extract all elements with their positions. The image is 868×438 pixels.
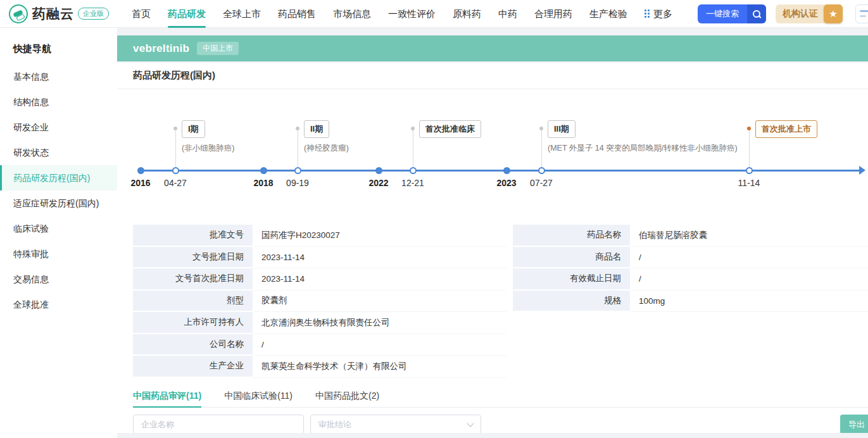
table-row: 公司名称 / [133, 334, 506, 356]
field-value: 北京浦润奥生物科技有限责任公司 [253, 312, 506, 334]
milestone-label: II期 [304, 120, 329, 138]
event-dot [538, 167, 545, 174]
nav-item-drug-sales[interactable]: 药品销售 [278, 0, 316, 28]
event-dot [172, 167, 179, 174]
milestone-connector [413, 130, 413, 169]
nav-item-global-launch[interactable]: 全球上市 [223, 0, 261, 28]
top-navbar: 药融云 企业版 首页 药品研发 全球上市 药品销售 市场信息 一致性评价 原料药… [0, 0, 868, 28]
tab-china-clinical-trials[interactable]: 中国临床试验(11) [224, 388, 292, 408]
sidebar-title: 快捷导航 [0, 28, 117, 64]
field-label: 批准文号 [133, 225, 253, 247]
sidebar-item-rd-companies[interactable]: 研发企业 [0, 115, 117, 140]
milestone-date: 11-14 [738, 178, 760, 188]
select-placeholder: 审批结论 [318, 419, 351, 430]
nav-item-consistency-eval[interactable]: 一致性评价 [388, 0, 436, 28]
nav-item-market-info[interactable]: 市场信息 [333, 0, 371, 28]
milestone-date: 2023 [496, 178, 516, 188]
field-value: 伯瑞替尼肠溶胶囊 [630, 225, 868, 247]
rd-history-card: 药品研发历程(国内) 2016 I期 (非小细胞肺癌) 04-27 2018 [117, 63, 868, 433]
field-value: / [630, 247, 868, 269]
nav-item-production-test[interactable]: 生产检验 [589, 0, 627, 28]
approval-conclusion-select[interactable]: 审批结论 [310, 415, 481, 433]
table-row: 有效截止日期 / [513, 268, 868, 291]
table-row: 上市许可持有人 北京浦润奥生物科技有限责任公司 [133, 312, 506, 334]
year-dot [375, 167, 382, 174]
table-row: 剂型 胶囊剂 [133, 291, 506, 313]
connector-dot [173, 127, 177, 130]
card-title: 药品研发历程(国内) [133, 70, 215, 82]
drug-header-band: vebreltinib 中国上市 [117, 35, 868, 61]
org-certification-badge[interactable]: 机构认证 [776, 4, 843, 23]
logo-edition-badge: 企业版 [78, 8, 109, 20]
year-dot [260, 167, 267, 174]
milestone-date: 04-27 [164, 178, 187, 188]
event-dot [746, 167, 753, 174]
milestone-connector [541, 130, 542, 169]
search-icon-box [747, 4, 766, 23]
year-dot [137, 167, 144, 174]
milestone-date: 2018 [253, 178, 273, 188]
event-dot [294, 167, 301, 174]
connector-dot [539, 127, 543, 130]
nav-item-api[interactable]: 原料药 [453, 0, 481, 28]
field-label: 上市许可持有人 [133, 312, 253, 334]
export-button[interactable]: 导出 [840, 415, 868, 433]
table-row: 规格 100mg [513, 291, 868, 313]
document-icon-partial[interactable] [855, 4, 868, 23]
field-value: 胶囊剂 [253, 291, 506, 313]
milestone-label: 首次批准临床 [419, 120, 481, 138]
milestone-label: III期 [548, 120, 576, 138]
field-label: 商品名 [513, 247, 630, 269]
nav-item-home[interactable]: 首页 [132, 0, 151, 28]
milestone-connector [749, 130, 750, 169]
tab-china-drug-review[interactable]: 中国药品审评(11) [133, 388, 201, 408]
field-label: 文号批准日期 [133, 247, 253, 269]
quick-nav-sidebar: 快捷导航 基本信息 结构信息 研发企业 研发状态 药品研发历程(国内) 适应症研… [0, 28, 117, 438]
table-row: 商品名 / [513, 247, 868, 269]
quick-search-button[interactable]: 一键搜索 [698, 4, 766, 23]
nav-item-tcm[interactable]: 中药 [498, 0, 517, 28]
company-name-input[interactable] [133, 415, 304, 433]
milestone-date: 07-27 [530, 178, 553, 188]
data-tabs: 中国药品审评(11) 中国临床试验(11) 中国药品批文(2) [133, 388, 868, 408]
milestone-connector [298, 130, 298, 169]
main-nav: 首页 药品研发 全球上市 药品销售 市场信息 一致性评价 原料药 中药 合理用药… [132, 0, 672, 28]
year-dot [503, 167, 510, 174]
nav-item-more[interactable]: 更多 [645, 0, 672, 28]
nav-item-drug-rd[interactable]: 药品研发 [168, 0, 206, 28]
milestone-label-highlight: 首次批准上市 [755, 120, 817, 138]
sidebar-item-structure-info[interactable]: 结构信息 [0, 89, 117, 115]
timeline-arrow-icon [859, 166, 865, 175]
details-right-column: 药品名称 伯瑞替尼肠溶胶囊 商品名 / 有效截止日期 / 规格 100mg [513, 225, 868, 312]
app-logo[interactable]: 药融云 企业版 [9, 4, 109, 23]
sidebar-item-basic-info[interactable]: 基本信息 [0, 64, 117, 89]
tab-china-drug-approvals[interactable]: 中国药品批文(2) [315, 388, 379, 408]
event-dot [410, 167, 417, 174]
sidebar-item-clinical-trials[interactable]: 临床试验 [0, 216, 117, 241]
sidebar-item-global-approval[interactable]: 全球批准 [0, 292, 117, 317]
sidebar-item-special-approval[interactable]: 特殊审批 [0, 241, 117, 266]
nav-item-rational-use[interactable]: 合理用药 [534, 0, 572, 28]
field-label: 剂型 [133, 291, 253, 313]
market-status-badge: 中国上市 [197, 42, 239, 55]
milestone-indication: (非小细胞肺癌) [182, 143, 234, 154]
search-button-label: 一键搜索 [698, 4, 747, 23]
milestone-date: 12-21 [401, 178, 424, 188]
table-row: 文号批准日期 2023-11-14 [133, 247, 506, 269]
grid-dots-icon [645, 9, 650, 18]
field-label: 药品名称 [513, 225, 630, 247]
field-value: / [253, 334, 506, 356]
field-value: 2023-11-14 [253, 247, 506, 269]
rd-timeline: 2016 I期 (非小细胞肺癌) 04-27 2018 II期 (神经胶质瘤) [117, 89, 868, 225]
sidebar-item-indication-history[interactable]: 适应症研发历程(国内) [0, 191, 117, 216]
main-content: vebreltinib 中国上市 药品研发历程(国内) 2016 I期 (非小细… [117, 28, 868, 438]
sidebar-item-rd-status[interactable]: 研发状态 [0, 140, 117, 165]
field-label: 文号首次批准日期 [133, 268, 253, 291]
sidebar-item-deal-info[interactable]: 交易信息 [0, 266, 117, 292]
drug-name: vebreltinib [133, 42, 189, 55]
sidebar-item-rd-history-domestic[interactable]: 药品研发历程(国内) [0, 165, 117, 191]
milestone-date: 2022 [368, 178, 388, 188]
milestone-label: I期 [182, 120, 205, 138]
field-value: 国药准字H20230027 [253, 225, 506, 247]
table-row: 文号首次批准日期 2023-11-14 [133, 268, 506, 291]
